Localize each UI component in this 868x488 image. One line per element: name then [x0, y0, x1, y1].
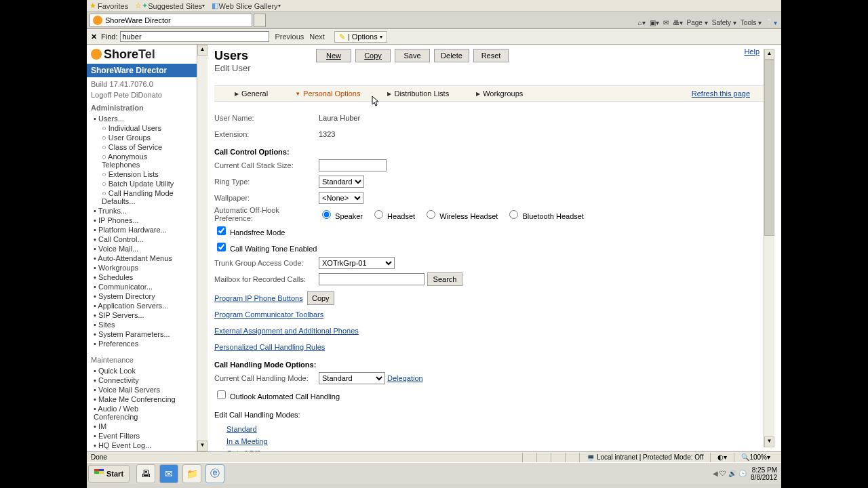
windows-icon	[94, 469, 104, 479]
nav-sip-servers[interactable]: SIP Servers...	[94, 310, 197, 320]
nav-hq-event-log[interactable]: HQ Event Log...	[94, 441, 197, 450]
find-previous-button[interactable]: Previous	[275, 33, 304, 41]
nav-communicator[interactable]: Communicator...	[94, 282, 197, 291]
start-button[interactable]: Start	[88, 465, 130, 483]
print-icon[interactable]: 🖶▾	[673, 19, 683, 26]
nav-voice-mail[interactable]: Voice Mail...	[94, 244, 197, 253]
chm-meeting-link[interactable]: In a Meeting	[226, 437, 268, 445]
outlook-chm-checkbox[interactable]: Outlook Automated Call Handling	[214, 388, 340, 401]
nav-quick-look[interactable]: Quick Look	[94, 366, 197, 375]
tab-workgroups[interactable]: Workgroups	[476, 89, 523, 98]
new-tab-button[interactable]	[254, 14, 266, 27]
nav-trunks[interactable]: Trunks...	[94, 206, 197, 216]
find-input[interactable]	[120, 31, 269, 42]
taskbar-explorer-icon[interactable]: 📁	[182, 464, 201, 483]
delete-button[interactable]: Delete	[434, 49, 469, 62]
ring-type-select[interactable]: Standard	[319, 176, 364, 188]
nav-anonymous-telephones[interactable]: Anonymous Telephones	[102, 152, 176, 169]
nav-connectivity[interactable]: Connectivity	[94, 375, 197, 385]
taskbar-printer-icon[interactable]: 🖶	[136, 464, 155, 483]
nav-make-me-conf[interactable]: Make Me Conferencing	[94, 394, 197, 404]
save-button[interactable]: Save	[395, 49, 430, 62]
suggested-sites[interactable]: ☆ ✦ Suggested Sites ▾	[135, 1, 205, 10]
tray-icons[interactable]: ◀ 🛡 🔊 🕒	[713, 470, 747, 477]
nav-ip-phones[interactable]: IP Phones...	[94, 216, 197, 225]
home-icon[interactable]: ⌂▾	[638, 19, 646, 26]
browser-tab[interactable]: ShoreWare Director	[90, 14, 252, 27]
find-next-button[interactable]: Next	[309, 33, 325, 41]
program-ip-buttons-link[interactable]: Program IP Phone Buttons	[214, 294, 303, 302]
nav-batch-update[interactable]: Batch Update Utility	[102, 179, 197, 188]
refresh-link[interactable]: Refresh this page	[692, 89, 750, 98]
taskbar-ie-icon[interactable]: ⓔ	[205, 464, 224, 483]
nav-extension-lists[interactable]: Extension Lists	[102, 169, 197, 179]
nav-call-control[interactable]: Call Control...	[94, 235, 197, 244]
taskbar-outlook-icon[interactable]: ✉	[159, 464, 178, 483]
right-scrollbar[interactable]: ▲▼	[764, 49, 774, 447]
trunk-select[interactable]: XOTrkGrp-01	[319, 257, 395, 269]
tools-menu[interactable]: Tools ▾	[741, 19, 762, 26]
nav-im[interactable]: IM	[94, 422, 197, 431]
nav-sites[interactable]: Sites	[94, 320, 197, 329]
nav-schedules[interactable]: Schedules	[94, 272, 197, 282]
delegation-link[interactable]: Delegation	[387, 374, 423, 382]
nav-vm-servers[interactable]: Voice Mail Servers	[94, 385, 197, 394]
mailbox-search-button[interactable]: Search	[427, 272, 462, 286]
personalized-rules-link[interactable]: Personalized Call Handling Rules	[214, 343, 325, 351]
admin-section: Administration	[87, 102, 197, 114]
external-assignment-link[interactable]: External Assignment and Additional Phone…	[214, 327, 359, 335]
nav-workgroups[interactable]: Workgroups	[94, 263, 197, 272]
status-zoom-handle[interactable]: ◐▾	[710, 453, 734, 462]
tab-general[interactable]: General	[235, 89, 268, 98]
logoff-link[interactable]: Logoff Pete DiDonato	[87, 91, 197, 102]
left-scrollbar[interactable]: ▲▼	[197, 45, 208, 451]
nav-preferences[interactable]: Preferences	[94, 339, 197, 348]
feeds-icon[interactable]: ▣▾	[650, 19, 659, 26]
nav-users[interactable]: Users...	[94, 114, 197, 123]
web-slice-gallery[interactable]: ◧ Web Slice Gallery ▾	[212, 1, 280, 10]
status-spacer	[565, 453, 579, 462]
mailbox-input[interactable]	[319, 273, 425, 285]
favorites-menu[interactable]: ★Favorites	[90, 1, 128, 10]
find-options-button[interactable]: ✎ | Options ▾	[334, 31, 387, 43]
offhook-headset[interactable]: Headset	[371, 208, 415, 220]
find-close-icon[interactable]: ✕	[91, 33, 97, 41]
nav-system-directory[interactable]: System Directory	[94, 291, 197, 301]
nav-system-parameters[interactable]: System Parameters...	[94, 329, 197, 339]
nav-app-servers[interactable]: Application Servers...	[94, 301, 197, 310]
offhook-speaker[interactable]: Speaker	[319, 208, 363, 220]
new-button[interactable]: New	[316, 49, 351, 62]
nav-audio-web-conf[interactable]: Audio / Web Conferencing	[94, 404, 168, 422]
handsfree-checkbox[interactable]: Handsfree Mode	[214, 224, 285, 237]
nav-class-of-service[interactable]: Class of Service	[102, 142, 197, 152]
chm-standard-link[interactable]: Standard	[226, 425, 257, 433]
page-menu[interactable]: Page ▾	[687, 19, 708, 26]
nav-hq-services[interactable]: HQ Services	[94, 450, 197, 451]
help-icon[interactable]: ❔▾	[766, 19, 777, 26]
tab-personal-options[interactable]: Personal Options	[295, 89, 360, 98]
chm-current-select[interactable]: Standard	[319, 372, 385, 384]
nav-user-groups[interactable]: User Groups	[102, 133, 197, 142]
nav-event-filters[interactable]: Event Filters	[94, 431, 197, 441]
safety-menu[interactable]: Safety ▾	[712, 19, 736, 26]
chm-out-office-link[interactable]: Out of Office	[226, 449, 269, 451]
nav-chm-defaults[interactable]: Call Handling Mode Defaults...	[102, 188, 183, 206]
program-toolbars-link[interactable]: Program Communicator Toolbars	[214, 310, 323, 319]
help-link[interactable]: Help	[744, 47, 760, 56]
nav-individual-users[interactable]: Individual Users	[102, 123, 197, 133]
wallpaper-select[interactable]: <None>	[319, 192, 363, 204]
status-zoom[interactable]: 🔍 100% ▾	[734, 453, 777, 462]
call-waiting-checkbox[interactable]: Call Waiting Tone Enabled	[214, 241, 317, 253]
trunk-label: Trunk Group Access Code:	[214, 259, 319, 267]
tab-distribution-lists[interactable]: Distribution Lists	[387, 89, 449, 98]
offhook-wireless[interactable]: Wireless Headset	[423, 208, 498, 220]
nav-auto-attendant[interactable]: Auto-Attendant Menus	[94, 253, 197, 263]
copy-button[interactable]: Copy	[355, 49, 391, 62]
reset-button[interactable]: Reset	[473, 49, 509, 62]
clock[interactable]: 8:25 PM8/8/2012	[751, 466, 777, 481]
nav-platform-hardware[interactable]: Platform Hardware...	[94, 225, 197, 235]
offhook-bluetooth[interactable]: Bluetooth Headset	[506, 208, 584, 220]
stack-input[interactable]	[319, 159, 387, 171]
copy-ip-buttons[interactable]: Copy	[307, 291, 334, 305]
mail-icon[interactable]: ✉	[663, 19, 669, 26]
